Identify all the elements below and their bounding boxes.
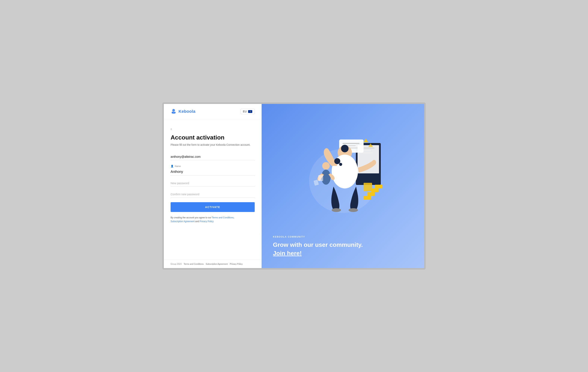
page-subtitle: Please fill out the form to activate you…	[171, 143, 255, 147]
header: Keboola EU ★	[164, 104, 262, 119]
activate-button[interactable]: ACTIVATE	[171, 202, 255, 212]
page-title: Account activation	[171, 134, 255, 141]
footer-group-label: Group 2023	[171, 263, 181, 265]
footer-subscription-link[interactable]: Subscription Agreement	[206, 263, 228, 265]
name-label: Name	[175, 165, 181, 168]
svg-rect-10	[343, 143, 359, 144]
email-field-group	[171, 154, 255, 160]
form-area: ‹ Account activation Please fill out the…	[164, 119, 262, 260]
svg-rect-19	[375, 185, 382, 188]
community-illustration	[294, 128, 392, 219]
svg-point-29	[339, 163, 342, 166]
svg-point-0	[172, 109, 175, 112]
eu-flag-icon: ★	[248, 110, 252, 113]
new-password-field-group	[171, 180, 255, 186]
logo-area: Keboola	[171, 109, 195, 114]
terms-conditions-link[interactable]: Terms and Conditions	[212, 216, 234, 219]
right-panel: KEBOOLA COMMUNITY Grow with our user com…	[262, 104, 424, 268]
footer-terms-link[interactable]: Terms and Conditions	[184, 263, 203, 265]
community-title: Grow with our user community.	[273, 241, 413, 248]
name-field-group: 👤 Name	[171, 165, 255, 175]
back-button[interactable]: ‹	[171, 127, 172, 131]
region-selector[interactable]: EU ★	[241, 109, 255, 114]
svg-rect-18	[371, 188, 379, 192]
confirm-password-input[interactable]	[171, 191, 255, 198]
app-wrapper: Keboola EU ★ ‹ Account activation Please…	[162, 102, 426, 270]
svg-rect-17	[367, 192, 375, 196]
footer: Group 2023 Terms and Conditions Subscrip…	[164, 260, 262, 268]
svg-point-25	[348, 208, 358, 212]
legal-text: By creating the account you agree to our…	[171, 216, 255, 223]
svg-point-28	[334, 158, 340, 164]
svg-point-1	[173, 110, 173, 110]
logo-text: Keboola	[178, 109, 195, 114]
community-label: KEBOOLA COMMUNITY	[273, 236, 413, 238]
svg-rect-20	[364, 183, 372, 191]
subscription-agreement-link[interactable]: Subscription Agreement	[171, 220, 195, 223]
keboola-logo-icon	[171, 109, 177, 114]
community-section: KEBOOLA COMMUNITY Grow with our user com…	[273, 236, 413, 257]
new-password-input[interactable]	[171, 180, 255, 186]
left-panel: Keboola EU ★ ‹ Account activation Please…	[164, 104, 262, 268]
user-icon: 👤	[171, 165, 174, 168]
privacy-policy-link[interactable]: Privacy Policy	[200, 220, 214, 223]
svg-rect-30	[318, 175, 323, 181]
confirm-password-field-group	[171, 191, 255, 198]
region-label: EU	[243, 110, 247, 113]
svg-rect-16	[364, 196, 371, 200]
legal-prefix: By creating the account you agree to our	[171, 216, 212, 219]
name-label-row: 👤 Name	[171, 165, 255, 168]
join-here-link[interactable]: Join here!	[273, 250, 302, 257]
svg-point-2	[174, 110, 175, 110]
svg-marker-14	[364, 139, 368, 142]
legal-mid1: ,	[234, 216, 234, 219]
svg-point-26	[322, 162, 330, 170]
name-input[interactable]	[171, 168, 255, 175]
svg-point-22	[341, 145, 348, 152]
svg-point-24	[332, 208, 341, 212]
email-input[interactable]	[171, 154, 255, 160]
illustration-area	[273, 111, 413, 236]
footer-privacy-link[interactable]: Privacy Policy	[230, 263, 242, 265]
legal-mid2: and	[195, 220, 200, 223]
